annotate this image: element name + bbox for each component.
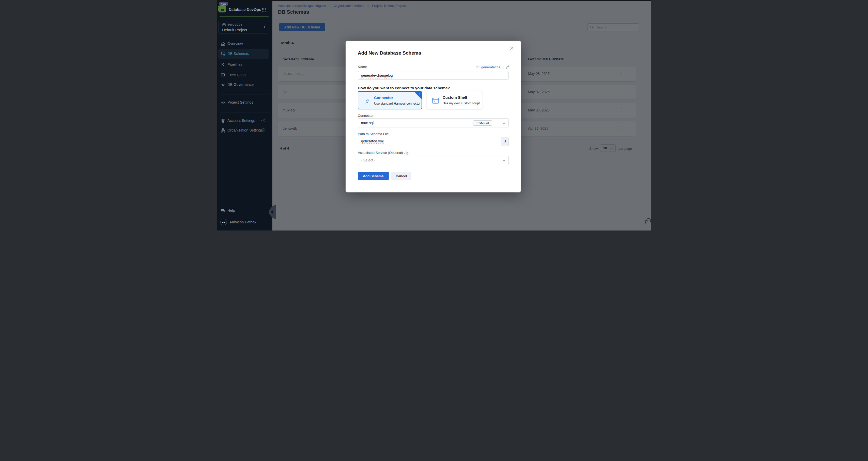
path-input[interactable]: generated.yml bbox=[358, 137, 509, 146]
gear-icon bbox=[221, 100, 226, 105]
project-name: Default Project bbox=[222, 28, 247, 32]
name-input[interactable]: generate-changelog bbox=[358, 71, 509, 80]
option-subtitle: Use my own custom script bbox=[443, 102, 480, 105]
pipelines-icon bbox=[221, 62, 226, 67]
add-schema-button[interactable]: Add Schema bbox=[358, 172, 389, 180]
option-card-connector[interactable]: Connector Use standard Harness connector… bbox=[358, 91, 422, 109]
app-window: NEW ∞ Database DevOps PROJECT Defaul bbox=[217, 0, 651, 230]
id-prefix: Id : bbox=[475, 65, 480, 69]
service-select[interactable]: - Select - bbox=[358, 156, 509, 165]
info-icon[interactable]: i bbox=[405, 152, 408, 155]
sidebar-item-account-settings[interactable]: Account Settings i bbox=[218, 116, 269, 126]
layers-icon bbox=[221, 118, 226, 123]
org-chart-icon bbox=[221, 128, 226, 133]
chevron-right-icon bbox=[263, 26, 265, 28]
selected-corner: ✓ bbox=[414, 91, 422, 100]
chevron-down-icon bbox=[503, 122, 505, 124]
brand-row: NEW ∞ Database DevOps bbox=[217, 1, 272, 17]
option-title: Custom Shell bbox=[443, 95, 467, 100]
database-devops-logo-icon: ∞ bbox=[218, 5, 226, 13]
connector-arrows-icon bbox=[363, 97, 371, 105]
home-icon bbox=[221, 41, 226, 46]
connector-label: Connector bbox=[358, 114, 374, 118]
scope-badge: PROJECT bbox=[473, 120, 492, 126]
sidebar-item-db-schemas[interactable]: DB Schemas bbox=[218, 49, 269, 59]
name-label: Name bbox=[358, 65, 367, 69]
window-top-edge bbox=[217, 0, 651, 1]
connector-value: mux-sql bbox=[361, 121, 374, 125]
avatar: AP bbox=[220, 219, 227, 225]
database-gear-icon bbox=[221, 51, 226, 56]
app-title: Database DevOps bbox=[229, 7, 261, 12]
service-placeholder: - Select - bbox=[361, 158, 375, 162]
thumbtack-icon bbox=[503, 140, 507, 143]
help-chat-icon: ? bbox=[221, 208, 226, 213]
module-grid-icon[interactable] bbox=[262, 8, 266, 12]
modal-title: Add New Database Schema bbox=[358, 50, 421, 56]
sidebar-item-organization-settings[interactable]: Organization Settings i bbox=[218, 125, 269, 136]
check-icon: ✓ bbox=[418, 92, 421, 95]
collapse-arrow-icon bbox=[271, 210, 273, 213]
service-label: Associated Service (Optional)i bbox=[358, 151, 408, 155]
edit-pencil-icon[interactable] bbox=[506, 65, 510, 69]
info-icon[interactable]: i bbox=[261, 119, 265, 122]
cube-icon bbox=[222, 23, 226, 28]
info-icon[interactable]: i bbox=[261, 128, 265, 132]
project-selector[interactable]: PROJECT Default Project bbox=[218, 21, 268, 34]
sidebar-item-pipelines[interactable]: Pipelines bbox=[218, 60, 269, 70]
new-badge: NEW bbox=[219, 2, 228, 6]
sidebar-item-project-settings[interactable]: Project Settings bbox=[218, 97, 269, 108]
user-menu[interactable]: AP Animesh Pathak bbox=[218, 218, 269, 228]
chevron-down-icon bbox=[503, 159, 505, 161]
sidebar-item-overview[interactable]: Overview bbox=[218, 39, 269, 49]
sidebar-divider bbox=[220, 112, 270, 112]
connector-select[interactable]: mux-sql PROJECT bbox=[358, 118, 509, 127]
close-icon[interactable] bbox=[509, 46, 514, 51]
add-schema-modal: Add New Database Schema Name Id : genera… bbox=[346, 41, 521, 192]
id-row: Id : generatecha... bbox=[475, 65, 510, 69]
cancel-button[interactable]: Cancel bbox=[391, 172, 411, 180]
option-card-custom-shell[interactable]: Custom Shell Use my own custom script bbox=[427, 91, 482, 109]
user-name: Animesh Pathak bbox=[229, 220, 256, 224]
connect-question: How do you want to connect to your data … bbox=[358, 86, 450, 90]
path-label: Path to Schema File bbox=[358, 132, 389, 136]
sidebar-item-help[interactable]: ? Help bbox=[218, 206, 269, 216]
id-value-link[interactable]: generatecha... bbox=[481, 65, 503, 69]
terminal-icon bbox=[432, 97, 440, 104]
svg-text:?: ? bbox=[222, 209, 223, 211]
pin-button[interactable] bbox=[501, 137, 508, 146]
option-subtitle: Use standard Harness connector bbox=[374, 102, 421, 105]
gear-icon bbox=[221, 82, 226, 87]
brand-underline bbox=[220, 16, 269, 17]
executions-icon bbox=[221, 73, 226, 78]
option-title: Connector bbox=[374, 95, 393, 100]
sidebar-item-db-governance[interactable]: DB Governance bbox=[218, 80, 269, 90]
sidebar: NEW ∞ Database DevOps PROJECT Defaul bbox=[217, 0, 272, 230]
project-label: PROJECT bbox=[228, 23, 243, 26]
sidebar-item-executions[interactable]: Executions bbox=[218, 70, 269, 80]
